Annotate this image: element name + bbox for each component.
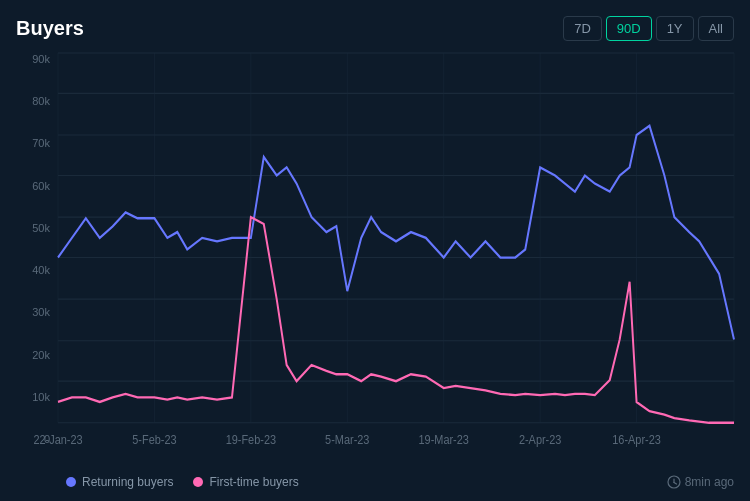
chart-area: 0 10k 20k 30k 40k 50k 60k 70k 80k 90k (16, 53, 734, 469)
time-btn-1y[interactable]: 1Y (656, 16, 694, 41)
legend-first-time-buyers: First-time buyers (193, 475, 298, 489)
y-label-60k: 60k (16, 180, 50, 192)
time-btn-all[interactable]: All (698, 16, 734, 41)
chart-svg: 22-Jan-23 5-Feb-23 19-Feb-23 5-Mar-23 19… (58, 53, 734, 469)
y-label-50k: 50k (16, 222, 50, 234)
svg-text:16-Apr-23: 16-Apr-23 (612, 432, 661, 447)
timestamp: 8min ago (667, 475, 734, 489)
chart-legend: Returning buyers First-time buyers (66, 475, 299, 489)
y-axis: 0 10k 20k 30k 40k 50k 60k 70k 80k 90k (16, 53, 58, 469)
svg-text:5-Mar-23: 5-Mar-23 (325, 432, 370, 447)
buyers-chart-container: Buyers 7D 90D 1Y All 0 10k 20k 30k 40k 5… (0, 0, 750, 501)
time-btn-90d[interactable]: 90D (606, 16, 652, 41)
chart-title: Buyers (16, 17, 84, 40)
first-time-buyers-dot (193, 477, 203, 487)
svg-text:19-Mar-23: 19-Mar-23 (419, 432, 470, 447)
y-label-40k: 40k (16, 264, 50, 276)
clock-icon (667, 475, 681, 489)
y-label-10k: 10k (16, 391, 50, 403)
returning-buyers-label: Returning buyers (82, 475, 173, 489)
svg-line-27 (674, 483, 677, 485)
y-label-90k: 90k (16, 53, 50, 65)
legend-returning-buyers: Returning buyers (66, 475, 173, 489)
first-time-buyers-line (58, 217, 734, 423)
chart-header: Buyers 7D 90D 1Y All (16, 16, 734, 41)
timestamp-label: 8min ago (685, 475, 734, 489)
svg-text:2-Apr-23: 2-Apr-23 (519, 432, 562, 447)
first-time-buyers-label: First-time buyers (209, 475, 298, 489)
y-label-30k: 30k (16, 306, 50, 318)
svg-text:22-Jan-23: 22-Jan-23 (33, 432, 83, 447)
chart-footer: Returning buyers First-time buyers 8min … (16, 475, 734, 489)
svg-text:5-Feb-23: 5-Feb-23 (132, 432, 177, 447)
time-range-buttons: 7D 90D 1Y All (563, 16, 734, 41)
y-label-20k: 20k (16, 349, 50, 361)
svg-text:19-Feb-23: 19-Feb-23 (226, 432, 277, 447)
y-label-80k: 80k (16, 95, 50, 107)
chart-inner: 22-Jan-23 5-Feb-23 19-Feb-23 5-Mar-23 19… (58, 53, 734, 469)
y-label-70k: 70k (16, 137, 50, 149)
time-btn-7d[interactable]: 7D (563, 16, 602, 41)
returning-buyers-line (58, 126, 734, 340)
returning-buyers-dot (66, 477, 76, 487)
